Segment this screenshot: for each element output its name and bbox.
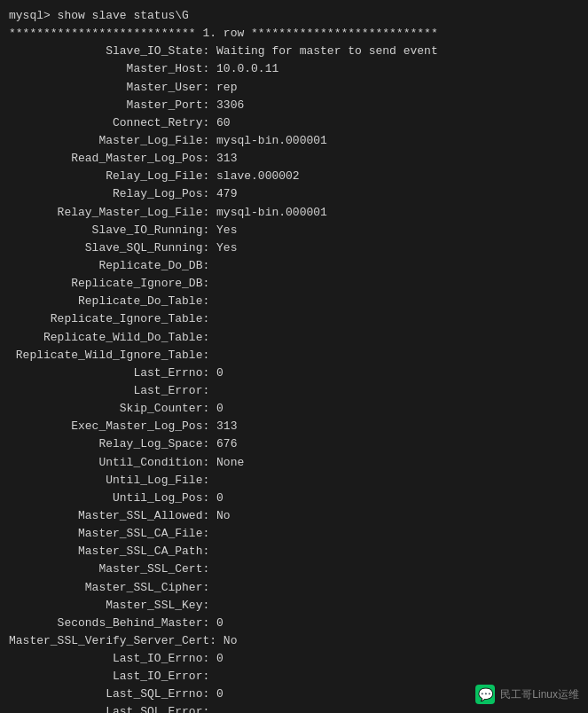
field-key: Connect_Retry [9,116,202,129]
field-key: Last_SQL_Error [9,705,202,713]
field-row: Relay_Log_File: slave.000002 [9,168,579,185]
field-row: Relay_Log_Pos: 479 [9,185,579,203]
field-key: Until_Log_Pos [9,491,202,505]
field-value: : 676 [202,437,237,451]
field-key: Relay_Log_File [9,169,202,183]
field-row: Last_IO_Error: [9,668,579,686]
field-key: Master_SSL_CA_Path [9,545,202,558]
field-value: : [202,545,209,558]
field-value: : 60 [202,116,230,129]
field-key: Master_Port [9,98,202,112]
field-key: Last_Errno [9,366,202,380]
field-row: Exec_Master_Log_Pos: 313 [9,418,579,435]
field-key: Replicate_Ignore_DB [9,277,202,290]
field-key: Master_SSL_Cipher [9,581,202,594]
field-key: Replicate_Do_DB [9,259,202,272]
field-row: Replicate_Wild_Do_Table: [9,329,579,347]
field-row: Replicate_Ignore_Table: [9,310,579,328]
field-value: : [202,474,209,487]
field-value: : [202,562,209,576]
field-key: Master_SSL_Verify_Server_Cert [9,634,209,647]
field-key: Until_Log_File [9,474,202,487]
separator-line: *************************** 1. row *****… [9,25,579,43]
field-key: Slave_IO_State [9,44,202,58]
field-row: Master_Log_File: mysql-bin.000001 [9,132,579,150]
field-key: Seconds_Behind_Master [9,616,202,630]
field-row: Master_SSL_Allowed: No [9,507,579,525]
field-row: Replicate_Do_DB: [9,257,579,275]
field-key: Last_IO_Errno [9,652,202,665]
field-row: Connect_Retry: 60 [9,114,579,132]
field-key: Slave_IO_Running [9,223,202,237]
field-key: Relay_Log_Pos [9,187,202,200]
field-row: Slave_IO_Running: Yes [9,222,579,239]
field-row: Until_Log_File: [9,472,579,490]
field-key: Skip_Counter [9,402,202,415]
field-row: Replicate_Wild_Ignore_Table: [9,347,579,364]
field-key: Read_Master_Log_Pos [9,152,202,165]
field-key: Slave_SQL_Running [9,241,202,255]
field-key: Master_User [9,81,202,94]
field-key: Replicate_Wild_Ignore_Table [9,349,202,362]
field-row: Relay_Master_Log_File: mysql-bin.000001 [9,204,579,222]
field-row: Master_SSL_CA_File: [9,525,579,543]
field-value: : 3306 [202,98,244,112]
field-value: : 313 [202,152,237,165]
terminal-window: mysql> show slave status\G *************… [0,0,588,713]
field-key: Master_SSL_Cert [9,562,202,576]
field-key: Relay_Master_Log_File [9,206,202,219]
field-row: Master_Host: 10.0.0.11 [9,60,579,78]
field-value: : 0 [202,491,223,505]
field-row: Last_Errno: 0 [9,364,579,382]
field-value: : 313 [202,419,237,433]
field-value: : Yes [202,241,237,255]
field-value: : [202,705,209,713]
field-key: Master_Host [9,62,202,75]
field-value: : 0 [202,652,223,665]
field-row: Skip_Counter: 0 [9,400,579,418]
field-value: : slave.000002 [202,169,299,183]
field-value: : Waiting for master to send event [202,44,437,58]
field-row: Until_Log_Pos: 0 [9,490,579,507]
field-value: : [202,312,209,325]
field-row: Master_SSL_Key: [9,597,579,615]
field-row: Last_IO_Errno: 0 [9,650,579,668]
field-value: : 0 [202,687,223,701]
field-value: : [202,331,209,344]
field-row: Until_Condition: None [9,454,579,472]
field-key: Replicate_Ignore_Table [9,312,202,325]
field-row: Master_User: rep [9,79,579,97]
field-key: Until_Condition [9,456,202,469]
field-row: Seconds_Behind_Master: 0 [9,615,579,632]
field-row: Master_SSL_Cipher: [9,579,579,597]
field-row: Master_SSL_Verify_Server_Cert: No [9,632,579,650]
field-value: : No [209,634,237,647]
field-key: Exec_Master_Log_Pos [9,419,202,433]
field-key: Last_SQL_Errno [9,687,202,701]
field-row: Replicate_Do_Table: [9,293,579,310]
field-value: : [202,527,209,540]
separator-text: *************************** 1. row *****… [9,27,438,40]
field-row: Master_SSL_CA_Path: [9,543,579,560]
field-row: Master_Port: 3306 [9,97,579,114]
field-key: Last_Error [9,384,202,397]
field-value: : Yes [202,223,237,237]
field-key: Relay_Log_Space [9,437,202,451]
watermark-text: 民工哥Linux运维 [500,687,579,702]
watermark: 💬 民工哥Linux运维 [475,685,579,704]
field-value: : 0 [202,616,223,630]
field-value: : [202,670,209,683]
field-key: Master_SSL_CA_File [9,527,202,540]
field-value: : None [202,456,244,469]
field-value: : [202,384,209,397]
field-value: : [202,349,209,362]
prompt-text: mysql> show slave status\G [9,9,189,22]
field-value: : [202,277,209,290]
field-value: : mysql-bin.000001 [202,206,326,219]
field-row: Replicate_Ignore_DB: [9,275,579,293]
field-row: Read_Master_Log_Pos: 313 [9,150,579,168]
field-value: : 0 [202,402,223,415]
field-row: Last_SQL_Error: [9,703,579,713]
field-row: Last_Error: [9,382,579,400]
field-value: : mysql-bin.000001 [202,134,326,147]
